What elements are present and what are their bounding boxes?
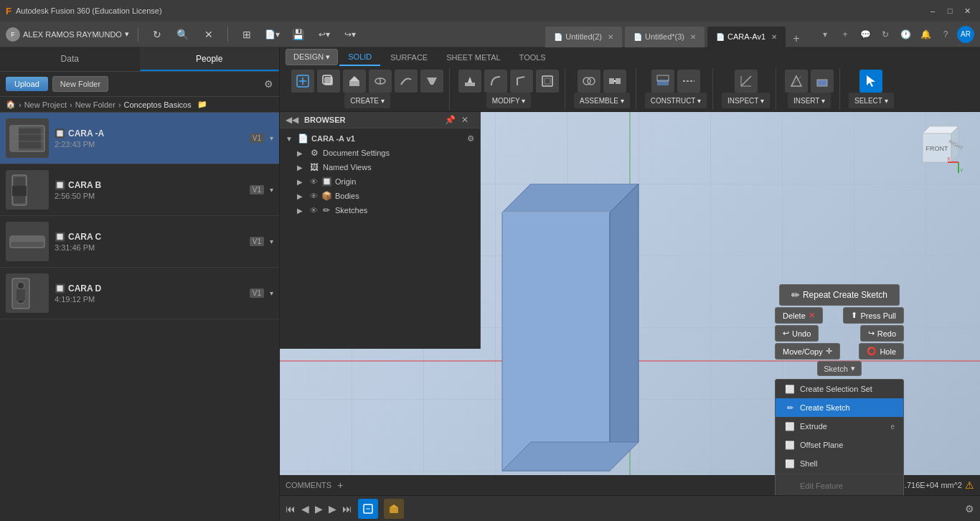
avatar-button[interactable]: AR (957, 26, 974, 43)
tb-joint-icon[interactable] (578, 70, 600, 93)
inspect-group-button[interactable]: INSPECT ▾ (722, 93, 770, 108)
browser-root-settings-icon[interactable]: ⚙ (467, 134, 474, 144)
tab-close-untitled2[interactable]: ✕ (608, 33, 613, 41)
timeline-body-icon[interactable] (384, 499, 404, 519)
undo-button[interactable]: ↩▾ (314, 24, 334, 44)
breadcrumb-folder-icon[interactable]: 📁 (197, 100, 207, 109)
toolbar-tab-tools[interactable]: TOOLS (511, 49, 555, 66)
browser-item-doc-settings[interactable]: ▶ ⚙ Document Settings (294, 146, 477, 160)
breadcrumb-project[interactable]: New Project (24, 100, 67, 109)
tb-chamfer-icon[interactable] (510, 70, 533, 93)
press-pull-button[interactable]: ⬆ Press Pull (843, 307, 904, 324)
ctx-item-extrude[interactable]: ⬜ Extrude e (776, 417, 903, 436)
hole-button[interactable]: ⭕ Hole (859, 343, 904, 360)
sketch-dropdown[interactable]: Sketch ▾ (817, 361, 862, 376)
assemble-group-button[interactable]: ASSEMBLE ▾ (574, 93, 630, 108)
history-button[interactable]: 🕐 (897, 26, 914, 43)
tab-plus-button[interactable]: + (837, 26, 854, 43)
delete-button[interactable]: Delete ✕ (775, 307, 823, 324)
timeline-sketch-icon[interactable] (358, 499, 378, 519)
undo-button[interactable]: ↩ Undo (775, 325, 819, 342)
construct-group-button[interactable]: CONSTRUCT ▾ (645, 93, 707, 108)
tab-untitled2[interactable]: 📄 Untitled(2) ✕ (545, 26, 623, 47)
comments-add-icon[interactable]: + (337, 479, 343, 491)
file-item-cara-d[interactable]: 🔲 CARA D 4:19:12 PM V1 ▾ (0, 268, 279, 319)
breadcrumb-folder[interactable]: New Folder (75, 100, 116, 109)
tb-midplane-icon[interactable] (677, 70, 700, 93)
browser-item-sketches[interactable]: ▶ 👁 ✏ Sketches (294, 203, 477, 217)
tb-sweep-icon[interactable] (395, 70, 418, 93)
toolbar-tab-surface[interactable]: SURFACE (382, 49, 436, 66)
tab-untitled3[interactable]: 📄 Untitled*(3) ✕ (624, 26, 705, 47)
browser-close-icon[interactable]: ✕ (461, 115, 468, 125)
tb-fillet-icon[interactable] (484, 70, 507, 93)
tb-new-body-icon[interactable] (317, 70, 340, 93)
tb-revolve-icon[interactable] (369, 70, 392, 93)
close-button[interactable]: ✕ (960, 4, 974, 18)
ctx-item-create-selection-set[interactable]: ⬜ Create Selection Set (776, 380, 903, 398)
tb-measure-icon[interactable] (735, 70, 758, 93)
browser-toggle-icon[interactable]: ◀◀ (286, 115, 298, 125)
browser-item-sketches-eye-icon[interactable]: 👁 (310, 206, 318, 215)
timeline-prev-button[interactable]: ◀ (301, 503, 309, 515)
insert-group-button[interactable]: INSERT ▾ (788, 93, 831, 108)
save-button[interactable]: 💾 (288, 24, 308, 44)
redo-button[interactable]: ↪▾ (340, 24, 360, 44)
topbar-close-button[interactable]: ✕ (199, 24, 219, 44)
user-menu[interactable]: F ALEX RAMOS RAYMUNDO ▾ (6, 27, 129, 42)
file-item-cara-a[interactable]: 🔲 CARA -A 2:23:43 PM V1 ▾ (0, 113, 279, 164)
move-copy-button[interactable]: Move/Copy ✛ (775, 343, 840, 360)
timeline-settings-icon[interactable]: ⚙ (965, 503, 974, 515)
browser-root[interactable]: ▼ 📄 CARA -A v1 ⚙ (283, 131, 477, 146)
people-tab[interactable]: People (140, 47, 280, 71)
new-folder-button[interactable]: New Folder (52, 76, 108, 92)
tb-insert-mesh-icon[interactable] (785, 70, 808, 93)
data-tab[interactable]: Data (0, 47, 140, 71)
file-button[interactable]: 📄▾ (263, 24, 283, 44)
create-group-button[interactable]: CREATE ▾ (344, 93, 390, 108)
browser-item-origin[interactable]: ▶ 👁 🔲 Origin (294, 174, 477, 189)
tb-new-component-icon[interactable] (291, 70, 314, 93)
minimize-button[interactable]: – (925, 4, 940, 18)
sync-button[interactable]: ↻ (877, 26, 894, 43)
tb-offset-plane-icon[interactable] (651, 70, 674, 93)
redo-button[interactable]: ↪ Redo (860, 325, 904, 342)
maximize-button[interactable]: □ (943, 4, 957, 18)
panel-settings-icon[interactable]: ⚙ (264, 78, 273, 90)
tab-cara-av1[interactable]: 📄 CARA-Av1 ✕ (707, 26, 786, 47)
grid-button[interactable]: ⊞ (237, 24, 257, 44)
comment-button[interactable]: 💬 (857, 26, 874, 43)
tb-extrude-icon[interactable] (343, 70, 366, 93)
select-group-button[interactable]: SELECT ▾ (849, 93, 894, 108)
tb-shell-icon[interactable] (536, 70, 559, 93)
notification-button[interactable]: 🔔 (917, 26, 934, 43)
help-button[interactable]: ? (937, 26, 954, 43)
cube-nav[interactable]: FRONT RIGHT Y X (908, 119, 966, 177)
refresh-button[interactable]: ↻ (147, 24, 167, 44)
modify-group-button[interactable]: MODIFY ▾ (486, 93, 531, 108)
timeline-play-button[interactable]: ▶ (315, 503, 323, 515)
browser-item-bodies-eye-icon[interactable]: 👁 (310, 192, 318, 200)
tab-close-untitled3[interactable]: ✕ (690, 33, 696, 41)
search-button[interactable]: 🔍 (173, 24, 193, 44)
repeat-create-sketch-button[interactable]: ✏ Repeat Create Sketch (779, 284, 900, 306)
file-item-cara-b[interactable]: 🔲 CARA B 2:56:50 PM V1 ▾ (0, 164, 279, 216)
tab-add-button[interactable]: + (788, 30, 805, 47)
viewport[interactable]: ◀◀ BROWSER 📌 ✕ ▼ 📄 CARA -A v1 ⚙ (280, 112, 980, 495)
browser-item-origin-eye-icon[interactable]: 👁 (310, 177, 318, 186)
tb-rigid-group-icon[interactable] (603, 70, 626, 93)
design-dropdown[interactable]: DESIGN ▾ (286, 49, 338, 65)
tab-close-cara[interactable]: ✕ (771, 33, 777, 41)
ctx-item-create-sketch[interactable]: ✏ Create Sketch (776, 398, 903, 417)
browser-item-named-views[interactable]: ▶ 🖼 Named Views (294, 160, 477, 174)
toolbar-tab-solid[interactable]: SOLID (339, 49, 380, 66)
browser-item-bodies[interactable]: ▶ 👁 📦 Bodies (294, 189, 477, 203)
file-item-cara-c[interactable]: 🔲 CARA C 3:31:46 PM V1 ▾ (0, 216, 279, 268)
ctx-item-shell[interactable]: ⬜ Shell (776, 454, 903, 473)
tb-decal-icon[interactable] (811, 70, 834, 93)
tb-select-icon[interactable] (859, 70, 882, 93)
breadcrumb-home[interactable]: 🏠 (6, 100, 16, 109)
ctx-item-offset-plane[interactable]: ⬜ Offset Plane (776, 436, 903, 454)
toolbar-tab-sheetmetal[interactable]: SHEET METAL (438, 49, 509, 66)
timeline-next-button[interactable]: ▶ (329, 503, 336, 515)
